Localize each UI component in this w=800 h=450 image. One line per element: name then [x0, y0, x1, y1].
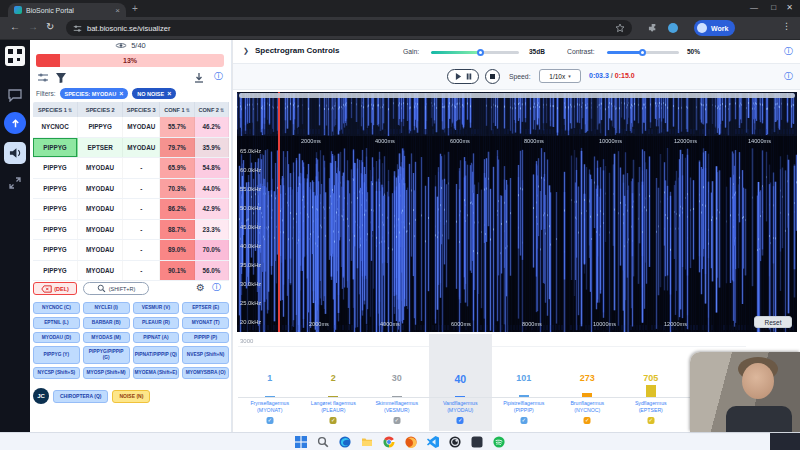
detection-row[interactable]: PIPPYGMYODAU-88.7%23.3% — [33, 220, 229, 241]
browser-tab[interactable]: BioSonic Portal × — [8, 3, 126, 17]
playhead-cursor[interactable] — [278, 92, 280, 332]
gear-icon[interactable]: ⚙ — [196, 282, 205, 293]
chart-column[interactable]: 273Brunflagermus(NYCNOC)✓ — [556, 334, 620, 431]
search-input[interactable]: (SHIFT+R) — [83, 282, 149, 295]
species-button[interactable]: PIPPYG (Y) — [33, 346, 80, 364]
detection-row[interactable]: PIPPYGMYODAU-89.0%70.0% — [33, 240, 229, 261]
url-text[interactable]: bat.biosonic.se/visualizer — [87, 24, 610, 33]
species-button[interactable]: PIPPIP (P) — [182, 332, 229, 344]
reset-button[interactable]: Reset — [754, 316, 792, 328]
species-button[interactable]: EPTNIL (L) — [33, 317, 80, 329]
filter-chip[interactable]: NO NOISE× — [132, 88, 176, 99]
audio-visualizer-icon[interactable] — [4, 142, 26, 164]
species-button[interactable]: NVESP (Shift+N) — [182, 346, 229, 364]
taskbar-obs-icon[interactable] — [449, 436, 461, 448]
species-name-link[interactable]: Brunflagermus — [556, 400, 620, 406]
taskbar-app-icon[interactable] — [471, 436, 483, 448]
chart-column[interactable]: 705Sydflagermus(EPTSER)✓ — [619, 334, 683, 431]
column-header[interactable]: CONF 2⇅ — [195, 102, 229, 117]
new-tab-icon[interactable]: + — [132, 3, 138, 14]
species-code-link[interactable]: (MYODAU) — [429, 407, 493, 413]
species-button[interactable]: BARBAR (B) — [83, 317, 130, 329]
filter-chip[interactable]: SPECIES: MYODAU× — [60, 88, 129, 99]
gain-slider[interactable] — [431, 51, 519, 54]
play-pause-button[interactable] — [447, 69, 479, 84]
taskbar-edge-icon[interactable] — [339, 436, 351, 448]
column-header[interactable]: SPECIES 3 — [123, 102, 160, 117]
species-checkbox[interactable]: ✓ — [457, 417, 464, 424]
reload-icon[interactable]: ↻ — [46, 21, 54, 32]
chip-remove-icon[interactable]: × — [167, 90, 171, 97]
species-button[interactable]: MYODAS (M) — [83, 332, 130, 344]
species-name-link[interactable]: Frynseflagermus — [238, 400, 302, 406]
stop-button[interactable] — [485, 69, 500, 84]
species-button[interactable]: EPTSER (E) — [182, 302, 229, 314]
species-name-link[interactable]: Vandflagermus — [429, 400, 493, 406]
species-code-link[interactable]: (PLEAUR) — [302, 407, 366, 413]
chart-column[interactable]: 2Langøret flagermus(PLEAUR)✓ — [302, 334, 366, 431]
main-spectrogram[interactable] — [237, 136, 797, 332]
detection-row[interactable]: PIPPYGMYODAU-86.2%42.9% — [33, 199, 229, 220]
info-icon[interactable]: ⓘ — [214, 72, 223, 81]
species-checkbox[interactable]: ✓ — [584, 417, 591, 424]
spectrogram-area[interactable]: Reset 65.0kHz60.0kHz55.0kHz50.0kHz45.0kH… — [237, 92, 797, 332]
column-header[interactable]: CONF 1⇅ — [160, 102, 194, 117]
chart-column[interactable]: 30Skimmelflagermus(VESMUR)✓ — [365, 334, 429, 431]
filter-funnel-icon[interactable] — [55, 72, 67, 84]
detection-row[interactable]: PIPPYGMYODAU-70.3%44.0% — [33, 179, 229, 200]
chart-column[interactable]: 101Pipistrelflagermus(PIPPIP)✓ — [492, 334, 556, 431]
species-code-link[interactable]: (PIPPIP) — [492, 407, 556, 413]
species-button[interactable]: MYOEMA (Shift+E) — [133, 367, 180, 379]
back-icon[interactable]: ← — [10, 21, 20, 32]
noise-button[interactable]: NOISE (N) — [112, 390, 150, 403]
taskbar-vscode-icon[interactable] — [427, 436, 439, 448]
chart-column[interactable]: 1Frynseflagermus(MYONAT)✓ — [238, 334, 302, 431]
upload-icon[interactable] — [4, 112, 26, 134]
panel-info-icon[interactable]: ⓘ — [212, 283, 221, 292]
site-settings-icon[interactable] — [73, 24, 82, 33]
browser-menu-icon[interactable]: ⋮ — [782, 21, 791, 31]
spectrogram-scrollbar[interactable] — [239, 93, 795, 98]
window-minimize-icon[interactable]: — — [750, 3, 758, 12]
species-button[interactable]: PIPNAT/PIPPIP (Q) — [133, 346, 180, 364]
species-button[interactable]: MYONAT (T) — [182, 317, 229, 329]
download-icon[interactable] — [193, 72, 205, 84]
chevron-expand-icon[interactable]: ❯ — [243, 47, 249, 55]
extensions-puzzle-icon[interactable] — [648, 23, 659, 34]
bookmark-star-icon[interactable] — [615, 23, 625, 33]
detection-row[interactable]: PIPPYGMYODAU-65.9%54.8% — [33, 158, 229, 179]
taskbar-search-icon[interactable] — [317, 436, 329, 448]
species-checkbox[interactable]: ✓ — [520, 417, 527, 424]
species-checkbox[interactable]: ✓ — [647, 417, 654, 424]
window-maximize-icon[interactable]: □ — [771, 3, 776, 12]
controls-info-icon[interactable]: ⓘ — [784, 47, 793, 56]
species-checkbox[interactable]: ✓ — [330, 417, 337, 424]
playback-info-icon[interactable]: ⓘ — [784, 72, 793, 81]
species-name-link[interactable]: Pipistrelflagermus — [492, 400, 556, 406]
tab-close-icon[interactable]: × — [115, 6, 120, 15]
expand-icon[interactable] — [4, 172, 26, 194]
chiroptera-button[interactable]: CHIROPTERA (Q) — [53, 390, 108, 403]
taskbar-chrome-icon[interactable] — [383, 436, 395, 448]
species-button[interactable]: NYCLEI (I) — [83, 302, 130, 314]
overview-spectrogram[interactable] — [237, 92, 797, 136]
taskbar-start-icon[interactable] — [295, 436, 307, 448]
taskbar-explorer-icon[interactable] — [361, 436, 373, 448]
species-code-link[interactable]: (EPTSER) — [619, 407, 683, 413]
column-header[interactable]: SPECIES 2 — [78, 102, 123, 117]
species-checkbox[interactable]: ✓ — [393, 417, 400, 424]
column-header[interactable]: SPECIES 1⇅ — [33, 102, 78, 117]
profile-chip[interactable]: Work — [694, 20, 735, 36]
species-name-link[interactable]: Langøret flagermus — [302, 400, 366, 406]
forward-icon[interactable]: → — [28, 21, 38, 32]
species-name-link[interactable]: Sydflagermus — [619, 400, 683, 406]
species-code-link[interactable]: (NYCNOC) — [556, 407, 620, 413]
detection-row[interactable]: PIPPYGMYODAU-90.1%56.0% — [33, 261, 229, 282]
species-button[interactable]: MYODAU (D) — [33, 332, 80, 344]
species-checkbox[interactable]: ✓ — [266, 417, 273, 424]
chart-column[interactable]: 40Vandflagermus(MYODAU)✓ — [429, 334, 493, 431]
gain-slider-thumb[interactable] — [477, 49, 484, 56]
species-button[interactable]: PIPNAT (A) — [133, 332, 180, 344]
speed-select[interactable]: 1/10x ▾ — [539, 69, 581, 83]
species-button[interactable]: PIPPYG/PIPPIP (G) — [83, 346, 130, 364]
